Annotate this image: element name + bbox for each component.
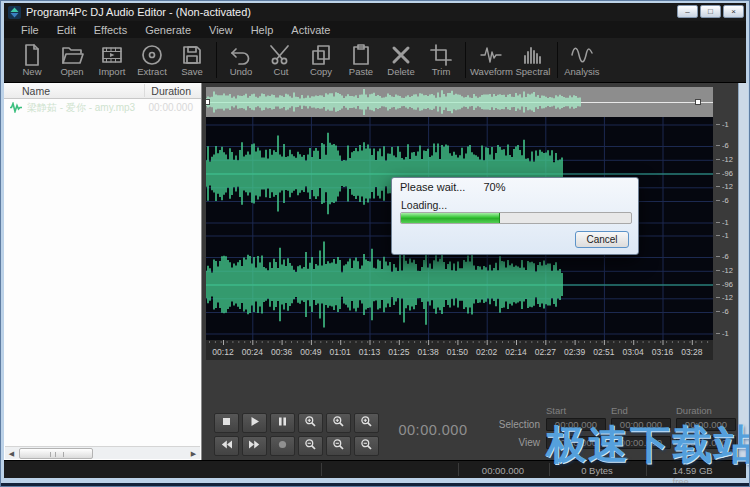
dialog-title: Please wait... 70% bbox=[400, 181, 505, 193]
toolbar-new-button[interactable]: New bbox=[12, 39, 52, 81]
minimize-button[interactable]: – bbox=[677, 5, 698, 18]
stop-icon bbox=[220, 414, 233, 432]
cancel-button[interactable]: Cancel bbox=[575, 231, 629, 248]
selection-col-end: End bbox=[611, 405, 628, 416]
zoom-out-vertical-button[interactable] bbox=[326, 436, 351, 456]
pause-button[interactable] bbox=[270, 413, 295, 433]
audio-file-icon bbox=[9, 102, 23, 113]
zoom-out-full-button[interactable] bbox=[354, 436, 379, 456]
toolbar-paste-button[interactable]: Paste bbox=[341, 39, 381, 81]
db-scale: -1-6-12-96-12-6-1-1-6-12-96-12-6-1 bbox=[713, 117, 739, 340]
db-label: -6 bbox=[722, 142, 729, 150]
menu-generate[interactable]: Generate bbox=[136, 24, 200, 36]
close-button[interactable]: × bbox=[723, 5, 744, 18]
ruler-label: 01:25 bbox=[388, 347, 409, 357]
transport-buttons bbox=[214, 413, 295, 456]
watermark: 极速下载站 bbox=[546, 417, 750, 472]
extract-icon bbox=[140, 43, 164, 67]
progress-bar bbox=[400, 212, 632, 224]
toolbar-cut-button[interactable]: Cut bbox=[261, 39, 301, 81]
menu-edit[interactable]: Edit bbox=[48, 24, 85, 36]
time-ruler[interactable]: 00:1200:2400:3600:4901:0101:1301:2501:38… bbox=[206, 340, 713, 360]
menu-activate[interactable]: Activate bbox=[282, 24, 339, 36]
scroll-left-arrow-icon[interactable]: ◀ bbox=[5, 448, 18, 459]
menu-effects[interactable]: Effects bbox=[85, 24, 136, 36]
db-label: -96 bbox=[722, 170, 733, 178]
ruler-label: 01:38 bbox=[417, 347, 438, 357]
db-label: -6 bbox=[722, 197, 729, 205]
cut-icon bbox=[269, 43, 293, 67]
toolbar-trim-button[interactable]: Trim bbox=[421, 39, 461, 81]
trim-icon bbox=[429, 43, 453, 67]
toolbar-save-button[interactable]: Save bbox=[172, 39, 212, 81]
toolbar-import-button[interactable]: Import bbox=[92, 39, 132, 81]
selection-col-start: Start bbox=[546, 405, 566, 416]
column-header-duration[interactable]: Duration bbox=[151, 85, 191, 97]
toolbar-undo-button[interactable]: Undo bbox=[221, 39, 261, 81]
db-label: -12 bbox=[722, 183, 733, 191]
play-button[interactable] bbox=[242, 413, 267, 433]
file-list-hscrollbar[interactable]: ◀ ▶ bbox=[5, 446, 200, 459]
column-header-name[interactable]: Name bbox=[22, 85, 50, 97]
ruler-label: 02:51 bbox=[593, 347, 614, 357]
main-toolbar: NewOpenImportExtractSaveUndoCutCopyPaste… bbox=[4, 38, 746, 83]
zoom-in-vertical-icon bbox=[332, 414, 345, 432]
dialog-percent: 70% bbox=[483, 181, 505, 193]
zoom-in-horizontal-button[interactable] bbox=[298, 413, 323, 433]
scrollbar-thumb[interactable] bbox=[19, 448, 93, 459]
title-bar[interactable]: Program4Pc DJ Audio Editor - (Non-activa… bbox=[4, 3, 746, 21]
view-row-label: View bbox=[480, 437, 540, 448]
zoom-in-selection-button[interactable] bbox=[354, 413, 379, 433]
file-list-header: Name Duration bbox=[4, 83, 201, 99]
undo-icon bbox=[229, 43, 253, 67]
ruler-label: 03:04 bbox=[623, 347, 644, 357]
menu-file[interactable]: File bbox=[12, 24, 48, 36]
toolbar-separator bbox=[465, 42, 466, 78]
editor-vscrollbar[interactable] bbox=[738, 83, 748, 460]
paste-icon bbox=[349, 43, 373, 67]
toolbar-analysis-button[interactable]: Analysis bbox=[562, 39, 602, 81]
file-duration: 00:00.000 bbox=[149, 102, 194, 113]
ruler-label: 02:39 bbox=[564, 347, 585, 357]
db-label: -1 bbox=[722, 121, 729, 129]
toolbar-copy-button[interactable]: Copy bbox=[301, 39, 341, 81]
zoom-in-vertical-button[interactable] bbox=[326, 413, 351, 433]
maximize-button[interactable]: □ bbox=[700, 5, 721, 18]
overview-strip[interactable] bbox=[206, 87, 713, 117]
menu-help[interactable]: Help bbox=[242, 24, 283, 36]
stop-button[interactable] bbox=[214, 413, 239, 433]
ruler-label: 03:16 bbox=[652, 347, 673, 357]
forward-icon bbox=[248, 437, 261, 455]
overview-right-handle[interactable] bbox=[695, 99, 701, 105]
toolbar-separator bbox=[216, 42, 217, 78]
forward-button[interactable] bbox=[242, 436, 267, 456]
zoom-in-selection-icon bbox=[360, 414, 373, 432]
db-label: -6 bbox=[722, 253, 729, 261]
waveform-icon bbox=[479, 43, 503, 67]
ruler-label: 02:27 bbox=[535, 347, 556, 357]
play-icon bbox=[248, 414, 261, 432]
file-list-row[interactable]: 梁静茹 - 爱你 - amy.mp3 00:00.000 bbox=[4, 100, 201, 115]
db-label: -1 bbox=[722, 219, 729, 227]
dialog-title-text: Please wait... bbox=[400, 181, 465, 193]
ruler-label: 02:02 bbox=[476, 347, 497, 357]
overview-left-handle[interactable] bbox=[206, 99, 210, 105]
menu-view[interactable]: View bbox=[200, 24, 242, 36]
zoom-out-horizontal-icon bbox=[304, 437, 317, 455]
toolbar-spectral-button[interactable]: Spectral bbox=[513, 39, 553, 81]
scroll-right-arrow-icon[interactable]: ▶ bbox=[187, 448, 200, 459]
analysis-icon bbox=[570, 43, 594, 67]
db-label: -12 bbox=[722, 267, 733, 275]
rewind-button[interactable] bbox=[214, 436, 239, 456]
ruler-label: 01:13 bbox=[359, 347, 380, 357]
toolbar-extract-button[interactable]: Extract bbox=[132, 39, 172, 81]
record-button[interactable] bbox=[270, 436, 295, 456]
pause-icon bbox=[276, 414, 289, 432]
toolbar-delete-button[interactable]: Delete bbox=[381, 39, 421, 81]
ruler-label: 01:01 bbox=[330, 347, 351, 357]
selection-col-duration: Duration bbox=[676, 405, 712, 416]
please-wait-dialog: Please wait... 70% Loading... Cancel bbox=[391, 177, 639, 255]
toolbar-open-button[interactable]: Open bbox=[52, 39, 92, 81]
toolbar-waveform-button[interactable]: Waveform bbox=[470, 39, 513, 81]
zoom-out-horizontal-button[interactable] bbox=[298, 436, 323, 456]
